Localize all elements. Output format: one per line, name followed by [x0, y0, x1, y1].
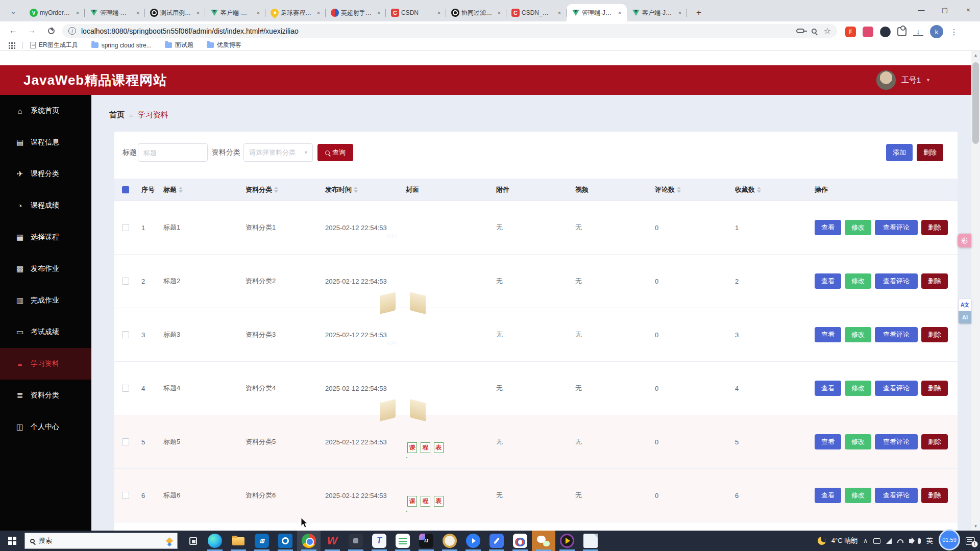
page-scrollbar[interactable]: ▲ ▼ [971, 51, 980, 531]
taskbar-notepad[interactable] [579, 531, 602, 551]
delete-row-button[interactable]: 删除 [921, 434, 948, 449]
taskbar-amber-app[interactable] [438, 531, 461, 551]
ai-float-button[interactable]: AI [959, 311, 971, 323]
extensions-puzzle-icon[interactable] [897, 27, 906, 36]
sort-icon[interactable] [354, 187, 358, 193]
view-button[interactable]: 查看 [815, 488, 841, 503]
address-bar[interactable]: i localhost:8080/springboot5n55f06f/admi… [62, 24, 837, 38]
search-lens-icon[interactable] [812, 29, 817, 34]
sidebar-item-course-info[interactable]: ▤ 课程信息 [0, 127, 91, 158]
extension-pink-icon[interactable] [863, 27, 873, 37]
apps-grid-icon[interactable] [8, 42, 15, 49]
view-comments-button[interactable]: 查看评论 [875, 488, 918, 503]
close-window-button[interactable]: × [957, 0, 980, 19]
weather-text[interactable]: 4°C 晴朗 [831, 536, 857, 545]
sidebar-item-publish-homework[interactable]: ▩ 发布作业 [0, 253, 91, 285]
chrome-menu-icon[interactable]: ⋮ [950, 27, 958, 37]
volume-icon[interactable] [909, 539, 912, 543]
view-comments-button[interactable]: 查看评论 [875, 220, 918, 235]
sidebar-item-course-score[interactable]: ◔ 课程成绩 [0, 190, 91, 221]
sidebar-item-finish-homework[interactable]: ▥ 完成作业 [0, 285, 91, 316]
scroll-down-icon[interactable]: ▼ [971, 522, 980, 531]
wifi-icon[interactable] [897, 539, 903, 543]
view-button[interactable]: 查看 [815, 327, 841, 342]
taskbar-store[interactable]: ⊞ [250, 531, 274, 551]
extension-red-icon[interactable]: F [845, 27, 856, 37]
view-button[interactable]: 查看 [815, 434, 841, 449]
bookmark-spring-cloud[interactable]: spring cloud stre... [91, 42, 152, 49]
sort-icon[interactable] [677, 187, 681, 193]
tab-close-icon[interactable]: × [134, 9, 142, 17]
sort-icon[interactable] [757, 187, 761, 193]
microphone-icon[interactable] [918, 538, 921, 544]
forward-icon[interactable]: → [26, 24, 38, 37]
translate-a-icon[interactable]: A文 [959, 299, 971, 311]
notification-icon[interactable]: 1 [966, 537, 975, 545]
edit-button[interactable]: 修改 [845, 327, 871, 342]
tab-close-icon[interactable]: × [74, 9, 82, 17]
tray-expand-icon[interactable]: ∧ [863, 537, 868, 544]
view-button[interactable]: 查看 [815, 220, 841, 235]
taskbar-teams[interactable]: T [368, 531, 391, 551]
task-view-button[interactable] [183, 531, 203, 551]
edit-button[interactable]: 修改 [845, 273, 871, 289]
sidebar-item-course-category[interactable]: ✈ 课程分类 [0, 158, 91, 190]
sidebar-item-home[interactable]: ⌂ 系统首页 [0, 95, 91, 127]
delete-row-button[interactable]: 删除 [921, 220, 948, 235]
sort-icon[interactable] [274, 187, 278, 193]
tab-collaborative-filter[interactable]: 协同过滤推荐 × [446, 4, 506, 21]
start-button[interactable] [0, 531, 24, 551]
bookmark-blogs[interactable]: 优质博客 [207, 41, 241, 49]
moon-weather-icon[interactable] [818, 537, 826, 545]
taskbar-wps[interactable]: W [321, 531, 344, 551]
bookmark-er-tool[interactable]: ER图生成工具 [30, 41, 78, 49]
input-language[interactable]: 英 [926, 536, 933, 545]
tab-close-icon[interactable]: × [254, 9, 262, 17]
tab-close-icon[interactable]: × [194, 9, 202, 17]
screen-time-clock[interactable]: 01:59 [939, 529, 960, 550]
tab-client-sp[interactable]: 客户端-基于Sp × [205, 4, 265, 21]
title-filter-input[interactable] [138, 143, 208, 162]
profile-avatar[interactable]: k [930, 25, 943, 38]
site-info-icon[interactable]: i [68, 27, 76, 35]
view-comments-button[interactable]: 查看评论 [875, 434, 918, 449]
tab-close-icon[interactable]: × [375, 9, 383, 17]
tab-client-javaweb[interactable]: 客户端-JavaW × [627, 4, 687, 21]
scrollbar-thumb[interactable] [972, 62, 979, 144]
edit-button[interactable]: 修改 [845, 434, 871, 449]
tab-search-chevron-icon[interactable]: ⌄ [7, 5, 19, 17]
taskbar-wechat-active[interactable] [532, 531, 555, 551]
minimize-button[interactable]: — [910, 0, 933, 19]
edit-button[interactable]: 修改 [845, 220, 871, 235]
taskbar-youdao-note[interactable] [485, 531, 508, 551]
delete-row-button[interactable]: 删除 [921, 273, 948, 289]
view-comments-button[interactable]: 查看评论 [875, 327, 918, 342]
sidebar-item-choose-course[interactable]: ▦ 选择课程 [0, 221, 91, 253]
sidebar-item-study-material[interactable]: ≡ 学习资料 [0, 348, 91, 380]
category-select[interactable]: 请选择资料分类 ▼ [243, 143, 313, 162]
new-tab-button[interactable]: + [692, 6, 705, 19]
row-checkbox[interactable] [122, 492, 129, 499]
select-all-checkbox[interactable] [122, 186, 129, 193]
taskbar-intellij[interactable]: IJ [414, 531, 438, 551]
downloads-icon[interactable]: ↓ [913, 28, 923, 36]
user-menu[interactable]: 工号1 ▼ [876, 70, 930, 90]
bookmark-interview[interactable]: 面试题 [165, 41, 193, 49]
extension-dark-icon[interactable] [880, 27, 891, 37]
view-button[interactable]: 查看 [815, 273, 841, 289]
tab-football[interactable]: 足球赛程赛果- × [265, 4, 326, 21]
tab-close-icon[interactable]: × [555, 9, 564, 17]
tab-close-icon[interactable]: × [676, 9, 684, 17]
row-checkbox[interactable] [122, 278, 129, 285]
taskbar-file-explorer[interactable] [227, 531, 250, 551]
tab-close-icon[interactable]: × [435, 9, 443, 17]
taskbar-search-box[interactable]: 搜索 [24, 533, 178, 549]
taskbar-notes-app[interactable] [391, 531, 414, 551]
tab-close-icon[interactable]: × [495, 9, 503, 17]
row-checkbox[interactable] [122, 331, 129, 338]
taskbar-netdisk[interactable] [508, 531, 532, 551]
edit-button[interactable]: 修改 [845, 488, 871, 503]
tab-csdn[interactable]: C CSDN × [386, 4, 446, 21]
network-icon[interactable] [886, 538, 892, 544]
delete-row-button[interactable]: 删除 [921, 381, 948, 396]
